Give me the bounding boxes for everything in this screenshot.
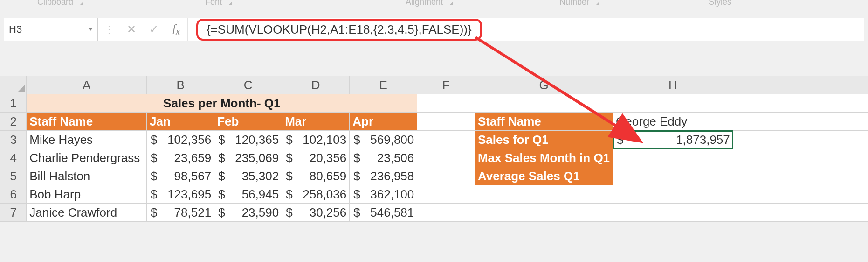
cell-b3[interactable]: $102,356 (147, 131, 214, 149)
row-header-1[interactable]: 1 (0, 94, 27, 113)
cell-g1[interactable] (475, 94, 613, 113)
right-header-avg[interactable]: Average Sales Q1 (475, 167, 613, 185)
cell-b4[interactable]: $23,659 (147, 149, 214, 167)
cell-a6[interactable]: Bob Harp (27, 185, 147, 204)
cell-i4[interactable] (733, 149, 868, 167)
dialog-launcher-icon[interactable] (226, 0, 233, 6)
cell-c7[interactable]: $23,590 (214, 204, 282, 222)
row-5: 5 Bill Halston $98,567 $35,302 $80,659 $… (0, 167, 868, 185)
cell-i1[interactable] (733, 94, 868, 113)
cell-i5[interactable] (733, 167, 868, 185)
dialog-launcher-icon[interactable] (77, 0, 84, 6)
cell-g6[interactable] (475, 185, 613, 204)
col-header-g[interactable]: G (475, 76, 613, 94)
cell-a7[interactable]: Janice Crawford (27, 204, 147, 222)
title-cell[interactable]: Sales per Month- Q1 (27, 94, 417, 113)
spreadsheet-grid[interactable]: A B C D E F G H 1 Sales per Month- Q1 2 … (0, 76, 868, 222)
col-header-blank[interactable] (733, 76, 868, 94)
cell-f1[interactable] (417, 94, 475, 113)
cell-d3[interactable]: $102,103 (282, 131, 350, 149)
cell-c4[interactable]: $235,069 (214, 149, 282, 167)
cell-h5[interactable] (613, 167, 733, 185)
cell-h6[interactable] (613, 185, 733, 204)
col-header-f[interactable]: F (417, 76, 475, 94)
col-header-b[interactable]: B (147, 76, 214, 94)
cell-h1[interactable] (613, 94, 733, 113)
fx-icon[interactable]: fx (165, 18, 188, 41)
cell-f6[interactable] (417, 185, 475, 204)
row-header-4[interactable]: 4 (0, 149, 27, 167)
enter-icon[interactable]: ✓ (143, 18, 165, 41)
col-header-e[interactable]: E (350, 76, 417, 94)
dialog-launcher-icon[interactable] (447, 0, 454, 6)
header-mar[interactable]: Mar (282, 113, 350, 131)
cell-a5[interactable]: Bill Halston (27, 167, 147, 185)
cell-e4[interactable]: $23,506 (350, 149, 417, 167)
select-all-corner[interactable] (0, 76, 27, 94)
cancel-icon[interactable]: ✕ (120, 18, 143, 41)
cell-e5[interactable]: $236,958 (350, 167, 417, 185)
cell-e6[interactable]: $362,100 (350, 185, 417, 204)
cell-h2[interactable]: George Eddy (613, 113, 733, 131)
cell-b7[interactable]: $78,521 (147, 204, 214, 222)
row-4: 4 Charlie Pendergrass $23,659 $235,069 $… (0, 149, 868, 167)
cell-g7[interactable] (475, 204, 613, 222)
right-header-sales-q1[interactable]: Sales for Q1 (475, 131, 613, 149)
row-header-5[interactable]: 5 (0, 167, 27, 185)
header-jan[interactable]: Jan (147, 113, 214, 131)
row-7: 7 Janice Crawford $78,521 $23,590 $30,25… (0, 204, 868, 222)
row-header-7[interactable]: 7 (0, 204, 27, 222)
cell-e7[interactable]: $546,581 (350, 204, 417, 222)
row-header-6[interactable]: 6 (0, 185, 27, 204)
cell-c5[interactable]: $35,302 (214, 167, 282, 185)
row-2: 2 Staff Name Jan Feb Mar Apr Staff Name … (0, 113, 868, 131)
options-icon[interactable]: ⋮ (98, 18, 120, 41)
name-box[interactable]: H3 (4, 18, 98, 41)
name-box-value: H3 (9, 23, 22, 35)
cell-f3[interactable] (417, 131, 475, 149)
cell-f2[interactable] (417, 113, 475, 131)
row-3: 3 Mike Hayes $102,356 $120,365 $102,103 … (0, 131, 868, 149)
cell-a4[interactable]: Charlie Pendergrass (27, 149, 147, 167)
cell-i2[interactable] (733, 113, 868, 131)
cell-h3-active[interactable]: $1,873,957 (613, 131, 733, 149)
cell-d5[interactable]: $80,659 (282, 167, 350, 185)
ribbon-group-labels: Clipboard Font Alignment Number Styles (0, 0, 868, 7)
cell-c6[interactable]: $56,945 (214, 185, 282, 204)
cell-f5[interactable] (417, 167, 475, 185)
cell-b5[interactable]: $98,567 (147, 167, 214, 185)
right-header-max[interactable]: Max Sales Month in Q1 (475, 149, 613, 167)
cell-h7[interactable] (613, 204, 733, 222)
formula-input[interactable]: {=SUM(VLOOKUP(H2,A1:E18,{2,3,4,5},FALSE)… (188, 18, 864, 41)
cell-d7[interactable]: $30,256 (282, 204, 350, 222)
cell-d4[interactable]: $20,356 (282, 149, 350, 167)
col-header-a[interactable]: A (27, 76, 147, 94)
cell-h4[interactable] (613, 149, 733, 167)
cell-e3[interactable]: $569,800 (350, 131, 417, 149)
header-feb[interactable]: Feb (214, 113, 282, 131)
row-header-3[interactable]: 3 (0, 131, 27, 149)
col-header-c[interactable]: C (214, 76, 282, 94)
cell-i6[interactable] (733, 185, 868, 204)
formula-text: {=SUM(VLOOKUP(H2,A1:E18,{2,3,4,5},FALSE)… (196, 19, 482, 41)
cell-c3[interactable]: $120,365 (214, 131, 282, 149)
cell-d6[interactable]: $258,036 (282, 185, 350, 204)
cell-b6[interactable]: $123,695 (147, 185, 214, 204)
cell-i7[interactable] (733, 204, 868, 222)
col-header-d[interactable]: D (282, 76, 350, 94)
row-1: 1 Sales per Month- Q1 (0, 94, 868, 113)
cell-i3[interactable] (733, 131, 868, 149)
row-6: 6 Bob Harp $123,695 $56,945 $258,036 $36… (0, 185, 868, 204)
formula-bar: H3 ⋮ ✕ ✓ fx {=SUM(VLOOKUP(H2,A1:E18,{2,3… (4, 18, 864, 41)
column-header-row: A B C D E F G H (0, 76, 868, 94)
col-header-h[interactable]: H (613, 76, 733, 94)
dialog-launcher-icon[interactable] (593, 0, 600, 6)
cell-f7[interactable] (417, 204, 475, 222)
right-header-staff[interactable]: Staff Name (475, 113, 613, 131)
row-header-2[interactable]: 2 (0, 113, 27, 131)
dropdown-icon[interactable] (88, 28, 93, 31)
header-apr[interactable]: Apr (350, 113, 417, 131)
cell-a3[interactable]: Mike Hayes (27, 131, 147, 149)
header-staff-name[interactable]: Staff Name (27, 113, 147, 131)
cell-f4[interactable] (417, 149, 475, 167)
